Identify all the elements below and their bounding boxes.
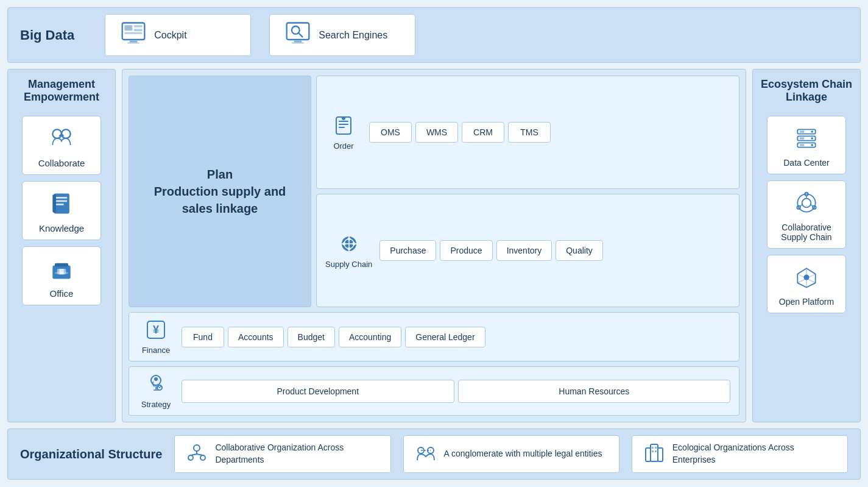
svg-point-28 — [342, 116, 345, 120]
produce-card[interactable]: Produce — [440, 240, 492, 261]
order-label: Order — [333, 141, 353, 151]
strategy-row: Strategy Product Development Human Resou… — [129, 366, 739, 416]
svg-rect-1 — [125, 25, 133, 30]
finance-module: ¥ Finance — [138, 319, 174, 355]
tms-card[interactable]: TMS — [508, 122, 551, 143]
svg-rect-72 — [646, 448, 651, 461]
order-row: Order OMS WMS CRM TMS — [316, 76, 739, 189]
budget-card[interactable]: Budget — [288, 327, 335, 347]
conglomerate-label: A conglomerate with multiple legal entit… — [444, 448, 602, 460]
collaborate-label: Collaborate — [38, 158, 85, 168]
top-row: Big Data Cockpit — [7, 7, 861, 63]
open-platform-card[interactable]: Open Platform — [767, 255, 846, 313]
supply-chain-label: Supply Chain — [325, 260, 372, 269]
svg-rect-2 — [125, 32, 143, 34]
svg-point-34 — [352, 242, 355, 245]
svg-rect-73 — [658, 448, 663, 461]
strategy-icon — [145, 373, 167, 397]
svg-point-63 — [188, 455, 193, 460]
collaborative-org-label: Collaborative Organization Across Depart… — [215, 442, 379, 466]
svg-point-33 — [347, 237, 350, 240]
main-wrapper: Big Data Cockpit — [0, 0, 868, 487]
supply-chain-icon — [338, 233, 360, 257]
knowledge-label: Knowledge — [39, 223, 84, 233]
data-center-card[interactable]: Data Center — [767, 116, 846, 174]
finance-icon: ¥ — [145, 319, 167, 343]
svg-point-61 — [803, 274, 809, 280]
knowledge-card[interactable]: Knowledge — [22, 181, 101, 240]
strategy-module: Strategy — [138, 373, 174, 409]
accounting-card[interactable]: Accounting — [339, 327, 401, 347]
open-platform-label: Open Platform — [779, 297, 834, 307]
office-label: Office — [50, 288, 74, 299]
collaborative-supply-chain-card[interactable]: Collaborative Supply Chain — [767, 180, 846, 249]
svg-point-12 — [52, 129, 62, 138]
svg-rect-16 — [56, 201, 67, 202]
cockpit-icon — [120, 20, 147, 51]
quality-card[interactable]: Quality — [556, 240, 603, 261]
collaborative-org-icon — [186, 442, 208, 466]
svg-rect-5 — [130, 41, 138, 43]
svg-line-66 — [191, 454, 197, 455]
accounts-card[interactable]: Accounts — [228, 327, 284, 347]
svg-rect-77 — [655, 450, 657, 452]
svg-rect-11 — [292, 43, 304, 44]
org-structure-title: Organizational Structure — [20, 447, 162, 461]
svg-point-47 — [811, 130, 813, 133]
svg-rect-27 — [339, 127, 345, 128]
finance-row: ¥ Finance Fund Accounts Budget Accountin… — [129, 312, 739, 361]
collaborate-card[interactable]: Collaborate — [22, 116, 101, 175]
svg-rect-25 — [339, 121, 348, 122]
bottom-row: Organizational Structure Collaborative O… — [7, 428, 861, 480]
fund-card[interactable]: Fund — [182, 327, 224, 347]
svg-point-62 — [194, 445, 200, 451]
svg-point-48 — [811, 137, 813, 140]
svg-line-67 — [197, 454, 203, 455]
svg-rect-6 — [127, 43, 139, 44]
svg-rect-20 — [55, 263, 68, 267]
svg-rect-3 — [134, 25, 143, 27]
ecological-org-label: Ecological Organizations Across Enterpri… — [672, 442, 836, 466]
collaborative-org-card[interactable]: Collaborative Organization Across Depart… — [174, 435, 390, 473]
order-supply-col: Order OMS WMS CRM TMS — [316, 76, 739, 307]
human-resources-card[interactable]: Human Resources — [458, 380, 731, 403]
search-engines-card[interactable]: Search Engines — [269, 14, 415, 56]
office-card[interactable]: Office — [22, 246, 101, 305]
svg-point-64 — [200, 455, 205, 460]
strategy-label: Strategy — [141, 400, 171, 409]
big-data-title: Big Data — [20, 27, 74, 43]
svg-point-54 — [802, 199, 811, 208]
collaborative-supply-chain-label: Collaborative Supply Chain — [774, 222, 839, 242]
oms-card[interactable]: OMS — [369, 122, 412, 143]
supply-chain-sub-cards: Purchase Produce Inventory Quality — [379, 240, 602, 261]
svg-point-36 — [342, 242, 345, 245]
ecological-org-card[interactable]: Ecological Organizations Across Enterpri… — [632, 435, 848, 473]
data-center-label: Data Center — [783, 158, 829, 168]
svg-rect-51 — [800, 137, 804, 140]
purchase-card[interactable]: Purchase — [379, 240, 436, 261]
plan-production-box: PlanProduction supply andsales linkage — [129, 76, 311, 307]
crm-card[interactable]: CRM — [462, 122, 504, 143]
general-ledger-card[interactable]: General Ledger — [405, 327, 485, 347]
svg-rect-50 — [800, 130, 804, 133]
data-center-icon — [793, 125, 820, 154]
ecosystem-panel: Ecosystem Chain Linkage Dat — [752, 69, 861, 422]
conglomerate-card[interactable]: A conglomerate with multiple legal entit… — [403, 435, 619, 473]
svg-point-13 — [62, 129, 71, 138]
inventory-card[interactable]: Inventory — [496, 240, 552, 261]
svg-rect-74 — [652, 447, 654, 449]
svg-rect-4 — [134, 29, 143, 32]
plan-row: PlanProduction supply andsales linkage — [129, 76, 739, 307]
svg-point-35 — [347, 247, 350, 250]
svg-line-9 — [298, 33, 302, 37]
supply-chain-row: Supply Chain Purchase Produce Inventory … — [316, 194, 739, 307]
product-development-card[interactable]: Product Development — [182, 380, 454, 403]
office-icon — [48, 255, 75, 285]
cockpit-label: Cockpit — [154, 30, 186, 41]
search-engines-label: Search Engines — [319, 30, 387, 41]
svg-rect-26 — [339, 124, 348, 125]
finance-label: Finance — [142, 346, 170, 355]
cockpit-card[interactable]: Cockpit — [105, 14, 251, 56]
wms-card[interactable]: WMS — [415, 122, 458, 143]
order-icon — [333, 115, 355, 139]
